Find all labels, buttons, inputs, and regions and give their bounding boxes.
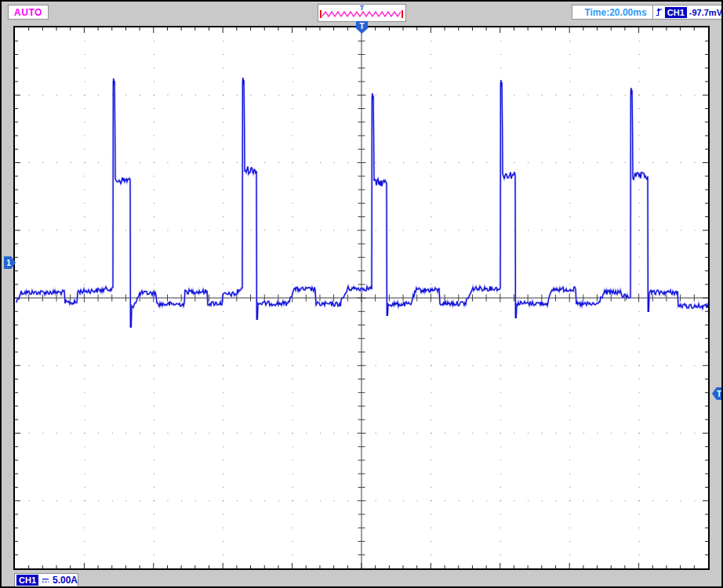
scope-screen xyxy=(13,26,710,570)
timebase-readout: Time:20.00ms xyxy=(572,5,659,20)
channel1-scale-readout: CH1 5.00A xyxy=(14,573,78,587)
acquisition-mode-label: AUTO xyxy=(14,7,42,18)
preview-squiggle xyxy=(322,12,401,16)
oscilloscope-frame: AUTO T Time:20.00ms CH1 -97.7mV T 1 T CH… xyxy=(0,0,723,588)
channel1-scale-value: 5.00A xyxy=(53,575,78,586)
timebase-label: Time:20.00ms xyxy=(584,7,646,18)
trigger-level-value: -97.7mV xyxy=(689,8,722,17)
rising-edge-trigger-icon xyxy=(656,5,663,19)
trigger-position-label: T xyxy=(359,22,364,31)
trigger-level-marker: T xyxy=(712,387,723,400)
horizontal-preview-box: T xyxy=(318,4,406,22)
preview-left-bracket xyxy=(320,10,322,18)
channel1-badge: CH1 xyxy=(16,575,38,586)
graticule-and-trace xyxy=(15,27,708,568)
trigger-level-label: T xyxy=(717,390,721,398)
trigger-readout: CH1 -97.7mV xyxy=(652,5,723,20)
channel1-position-label: 1 xyxy=(6,259,11,267)
acquisition-mode-badge: AUTO xyxy=(8,5,49,20)
dc-coupling-icon xyxy=(42,576,49,585)
preview-trigger-marker: T xyxy=(360,4,365,12)
trigger-source-badge: CH1 xyxy=(665,7,687,18)
preview-right-bracket xyxy=(401,10,403,18)
